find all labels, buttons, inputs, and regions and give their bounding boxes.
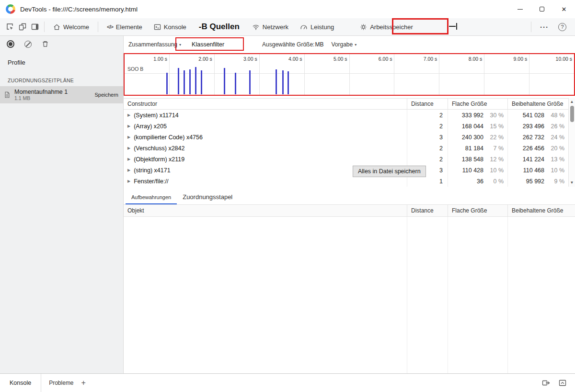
save-all-to-file-button[interactable]: Alles in Datei speichern (353, 166, 426, 177)
retained-size-percent: 24 % (544, 134, 564, 141)
heap-table-scrollbar[interactable]: ▲ ▼ (568, 98, 575, 187)
tab-performance[interactable]: Leistung (294, 18, 340, 35)
expand-icon[interactable]: ▶ (127, 135, 130, 139)
wifi-icon (252, 23, 260, 31)
retained-column-area (508, 217, 575, 373)
devtools-window: DevTools - file:///C:/screens/memory.htm… (0, 0, 575, 392)
console-icon (154, 23, 161, 31)
expand-icon[interactable]: ▶ (127, 168, 130, 172)
snapshot-save-link[interactable]: Speichern (94, 92, 119, 98)
add-drawer-tab-button[interactable]: + (81, 379, 86, 387)
clear-profiles-icon[interactable] (24, 41, 32, 48)
column-header-distance[interactable]: Distance (407, 205, 448, 216)
tab-network[interactable]: Netzwerk (246, 18, 294, 35)
more-tabs-button[interactable]: ··· (536, 23, 552, 31)
shallow-size-value: 110 428 (462, 167, 483, 174)
allocation-bar (201, 70, 202, 94)
column-header-retained-size[interactable]: Beibehaltene Größe (508, 99, 575, 109)
tab-label: -B Quellen (199, 22, 240, 32)
open-in-editor-icon[interactable] (542, 379, 550, 387)
detail-subtabs: Aufbewahrungen Zuordnungsstapel (124, 190, 575, 205)
close-button[interactable]: ✕ (553, 0, 575, 18)
column-header-retained-size[interactable]: Beibehaltene Größe (508, 205, 575, 216)
expand-icon[interactable]: ▶ (127, 124, 130, 128)
expand-icon[interactable]: ▶ (127, 113, 130, 117)
expand-icon[interactable]: ▶ (127, 146, 130, 150)
delete-profile-icon[interactable] (42, 40, 49, 48)
device-emulation-button[interactable] (16, 20, 29, 34)
retained-size-cell: 226 45620 % (508, 143, 575, 154)
column-header-object[interactable]: Objekt (124, 205, 407, 216)
allocation-timeline[interactable]: 1.00 s2.00 s3.00 s4.00 s5.00 s6.00 s7.00… (124, 53, 575, 96)
chevron-down-icon: ▾ (355, 43, 356, 47)
drawer-tab-console[interactable]: Konsole (0, 374, 41, 392)
constructor-cell: ▶(kompilierter Code) x4756 (124, 132, 407, 143)
shallow-size-percent: 10 % (483, 167, 504, 174)
class-filter-input[interactable] (189, 39, 254, 50)
constructor-cell: ▶(System) x11714 (124, 110, 407, 121)
scrollbar-thumb[interactable] (570, 106, 574, 122)
preset-label: Vorgabe (331, 41, 353, 48)
expand-icon[interactable]: ▶ (127, 157, 130, 161)
distance-cell: 2 (407, 110, 448, 121)
shallow-size-value: 240 300 (462, 134, 483, 141)
shallow-size-cell: 333 99230 % (448, 110, 508, 121)
subtab-retainers[interactable]: Aufbewahrungen (126, 190, 177, 204)
help-button[interactable]: ? (558, 23, 566, 31)
heap-table-row[interactable]: ▶(Verschluss) x2842281 1847 %226 45620 % (124, 143, 575, 154)
tab-sources[interactable]: -B Quellen (192, 18, 246, 35)
allocation-bar (288, 71, 289, 94)
view-mode-dropdown[interactable]: Zusammenfassung ▾ (128, 41, 181, 48)
maximize-button[interactable] (531, 0, 553, 18)
heap-table-row[interactable]: ▶(Objektform) x21192138 54812 %141 22413… (124, 154, 575, 165)
expand-icon[interactable]: ▶ (127, 179, 130, 183)
distance-cell: 2 (407, 154, 448, 165)
tab-console[interactable]: Konsole (148, 18, 192, 35)
dock-panel-icon (31, 23, 39, 31)
devtools-logo-icon (6, 4, 15, 14)
inspect-element-button[interactable] (4, 20, 16, 34)
column-header-shallow-size[interactable]: Flache Größe (448, 99, 508, 109)
constructor-cell: ▶Fenster/file:// (124, 176, 407, 187)
selected-size-label: Ausgewählte Größe: (262, 41, 314, 48)
record-heap-snapshot-icon[interactable] (7, 40, 14, 48)
inspect-cursor-icon (6, 23, 14, 31)
heap-table-row[interactable]: ▶(kompilierter Code) x47563240 30022 %26… (124, 132, 575, 143)
memory-sidebar: Profile ZUORDNUNGSZEITPLÄNE Momentaufnah… (0, 36, 124, 373)
scroll-down-icon[interactable]: ▼ (570, 181, 574, 187)
shallow-size-percent: 0 % (483, 178, 504, 185)
column-header-distance[interactable]: Distance (407, 99, 448, 109)
dock-side-button[interactable] (29, 20, 41, 34)
distance-cell: 2 (407, 121, 448, 132)
shallow-size-value: 168 044 (462, 123, 483, 130)
constructor-label: (string) x4171 (134, 167, 170, 174)
tab-elements[interactable]: </> Elemente (101, 18, 148, 35)
tab-welcome[interactable]: Welcome (47, 18, 95, 35)
tab-memory[interactable]: Arbeitsspeicher (354, 18, 419, 35)
snapshot-list-item[interactable]: Momentaufnahme 1 1.1 MB Speichern (0, 86, 123, 103)
minimize-button[interactable] (509, 0, 531, 18)
heap-table-row[interactable]: ▶(string) x41713110 42810 %110 46810 % (124, 165, 575, 176)
constructor-cell: ▶(Objektform) x2119 (124, 154, 407, 165)
heap-table-row[interactable]: ▶Fenster/file://1360 %95 9929 % (124, 176, 575, 187)
constructor-cell: ▶(Array) x205 (124, 121, 407, 132)
constructor-label: (Verschluss) x2842 (134, 145, 184, 152)
heap-table-row[interactable]: ▶(System) x117142333 99230 %541 02848 % (124, 110, 575, 121)
expand-drawer-icon[interactable] (559, 379, 566, 387)
memory-toolbar: Zusammenfassung ▾ Ausgewählte Größe: MB … (124, 36, 575, 53)
heap-table-row[interactable]: ▶(Array) x2052168 04415 %293 49626 % (124, 121, 575, 132)
allocation-bar (235, 73, 236, 94)
allocation-bar (178, 68, 179, 94)
heap-table-body: ▶(System) x117142333 99230 %541 02848 %▶… (124, 110, 575, 187)
subtab-allocation-stack[interactable]: Zuordnungsstapel (177, 190, 238, 204)
column-header-constructor[interactable]: Constructor (124, 99, 407, 109)
column-header-shallow-size[interactable]: Flache Größe (448, 205, 508, 216)
retained-size-percent: 10 % (544, 167, 564, 174)
constructor-label: (Objektform) x2119 (134, 156, 184, 163)
retained-size-cell: 110 46810 % (508, 165, 575, 176)
scroll-up-icon[interactable]: ▲ (570, 98, 574, 104)
allocation-bar (184, 70, 185, 94)
drawer-tab-problems[interactable]: Probleme (49, 380, 73, 386)
preset-dropdown[interactable]: Vorgabe ▾ (331, 41, 356, 48)
retained-size-value: 541 028 (523, 112, 544, 119)
